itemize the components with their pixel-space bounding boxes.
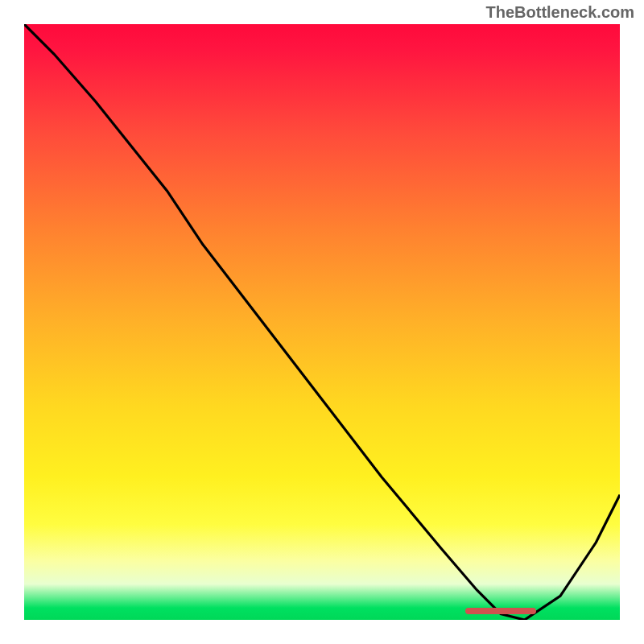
background-heat-gradient	[24, 24, 620, 620]
watermark-text: TheBottleneck.com	[486, 3, 634, 22]
chart-area	[24, 24, 620, 620]
